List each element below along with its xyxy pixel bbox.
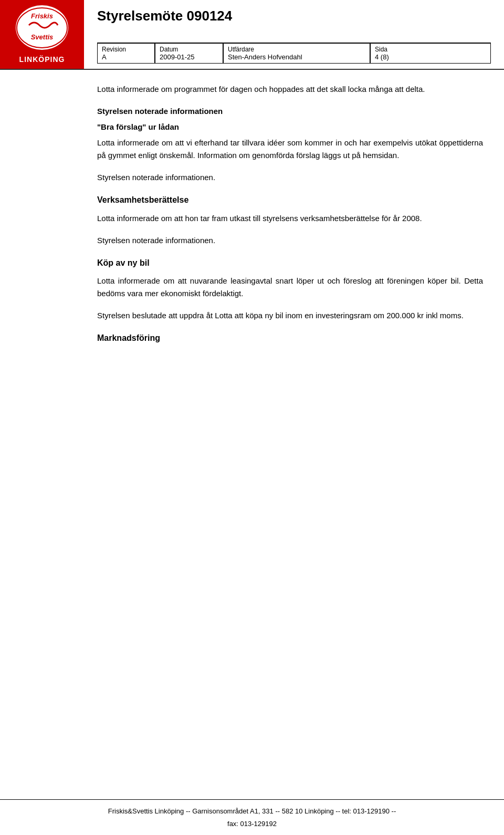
header-content: Styrelsemöte 090124 Revision A Datum 200… <box>84 0 504 69</box>
paragraph-7-text: Lotta informerade om att nuvarande leasi… <box>97 276 483 298</box>
sida-label: Sida <box>375 46 486 53</box>
page-wrapper: Friskis Svettis LINKÖPING Styrelsemöte 0… <box>0 0 504 835</box>
paragraph-kop: Köp av ny bil Lotta informerade om att n… <box>97 256 483 300</box>
logo-area: Friskis Svettis LINKÖPING <box>0 0 84 69</box>
heading-kop: Köp av ny bil <box>97 256 483 270</box>
datum-label: Datum <box>160 46 218 53</box>
paragraph-2-note: Styrelsen noterade informationen <box>97 105 483 118</box>
main-content: Lotta informerade om programmet för dage… <box>0 70 504 799</box>
header: Friskis Svettis LINKÖPING Styrelsemöte 0… <box>0 0 504 70</box>
utfardare-label: Utfärdare <box>228 46 365 53</box>
svg-text:Friskis: Friskis <box>31 12 53 20</box>
sida-label-cell: Sida 4 (8) <box>370 43 491 64</box>
footer-line2: fax: 013-129192 <box>10 818 494 830</box>
logo-circle: Friskis Svettis <box>16 5 68 50</box>
paragraph-4: Styrelsen noterade informationen. <box>97 171 483 184</box>
paragraph-marknads: Marknadsföring <box>97 331 483 345</box>
heading-verksamhet: Verksamhetsberättelse <box>97 193 483 207</box>
logo-svg: Friskis Svettis <box>16 7 68 49</box>
paragraph-3-text: Lotta informerade om att vi efterhand ta… <box>97 138 483 160</box>
paragraph-8-text: Styrelsen beslutade att uppdra åt Lotta … <box>97 311 464 320</box>
city-label: LINKÖPING <box>19 55 65 64</box>
paragraph-verksamhet: Verksamhetsberättelse Lotta informerade … <box>97 193 483 225</box>
paragraph-6-note: Styrelsen noterade informationen. <box>97 236 215 245</box>
sida-value: 4 (8) <box>375 53 486 61</box>
paragraph-2: Styrelsen noterade informationen "Bra fö… <box>97 105 483 162</box>
heading-bra: "Bra förslag" ur lådan <box>97 121 483 133</box>
paragraph-5-text: Lotta informerade om att hon tar fram ut… <box>97 214 422 223</box>
footer-line1: Friskis&Svettis Linköping -- Garnisonsom… <box>10 805 494 817</box>
heading-marknads: Marknadsföring <box>97 331 483 345</box>
paragraph-1: Lotta informerade om programmet för dage… <box>97 83 483 96</box>
utfardare-value: Sten-Anders Hofvendahl <box>228 53 365 61</box>
paragraph-1-text: Lotta informerade om programmet för dage… <box>97 85 425 93</box>
utfardare-label-cell: Utfärdare Sten-Anders Hofvendahl <box>223 43 370 64</box>
revision-label: Revision <box>102 46 150 53</box>
paragraph-6: Styrelsen noterade informationen. <box>97 234 483 247</box>
datum-value: 2009-01-25 <box>160 53 218 61</box>
datum-label-cell: Datum 2009-01-25 <box>155 43 223 64</box>
revision-value: A <box>102 53 150 61</box>
paragraph-4-note: Styrelsen noterade informationen. <box>97 173 215 182</box>
meta-table: Revision A Datum 2009-01-25 Utfärdare St… <box>97 43 491 64</box>
paragraph-8: Styrelsen beslutade att uppdra åt Lotta … <box>97 309 483 322</box>
revision-label-cell: Revision A <box>97 43 155 64</box>
footer: Friskis&Svettis Linköping -- Garnisonsom… <box>0 799 504 835</box>
svg-text:Svettis: Svettis <box>31 33 54 41</box>
doc-title: Styrelsemöte 090124 <box>97 8 491 24</box>
